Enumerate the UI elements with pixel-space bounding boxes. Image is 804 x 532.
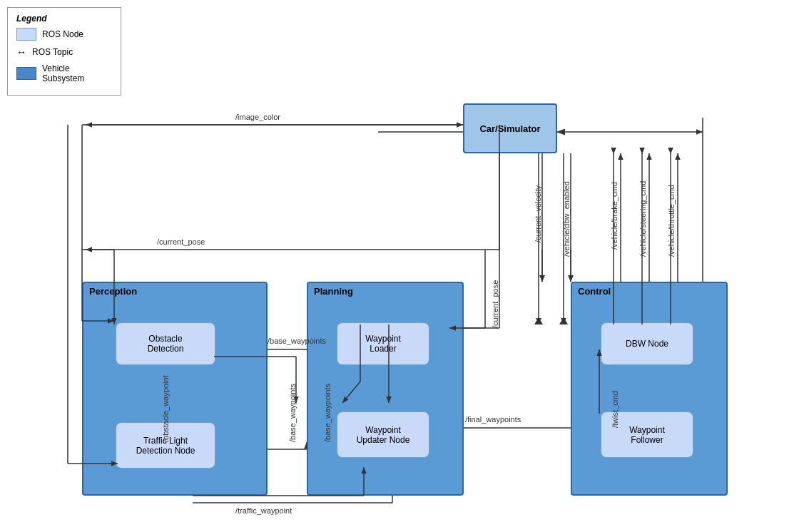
diagram-container: Legend ROS Node ↔ ROS Topic Vehicle Subs… [0, 0, 804, 532]
topic-base-waypoints: /base_waypoints [268, 337, 326, 345]
topic-dbw-enabled: /vehicle/dbw_enabled [562, 171, 571, 257]
legend-vehicle-sub-label: Vehicle Subsystem [42, 63, 112, 83]
legend-vehicle-sub-swatch [16, 67, 36, 80]
topic-current-pose-right: /current_pose [491, 271, 499, 328]
topic-current-velocity: /current_velocity [534, 171, 542, 242]
waypoint-loader-node: WaypointLoader [337, 322, 429, 365]
perception-subsystem: Perception ObstacleDetection Traffic Lig… [82, 282, 268, 496]
perception-label: Perception [83, 283, 266, 300]
dbw-node-label: DBW Node [626, 339, 668, 349]
dbw-node: DBW Node [601, 322, 693, 365]
topic-twist-cmd: /twist_cmd [611, 385, 619, 428]
waypoint-loader-label: WaypointLoader [365, 334, 401, 354]
topic-throttle-cmd: /vehicle/throttle_cmd [667, 171, 676, 257]
topic-obstacle-waypoint: /obstacle_waypoint [161, 385, 170, 442]
legend-ros-topic-label: ROS Topic [32, 47, 73, 57]
waypoint-follower-label: WaypointFollower [629, 425, 665, 445]
legend-title: Legend [16, 14, 112, 24]
car-simulator-label: Car/Simulator [479, 123, 540, 134]
car-simulator: Car/Simulator [463, 103, 557, 153]
planning-label: Planning [308, 283, 462, 300]
topic-base-waypoints-3: /base_waypoints [323, 385, 332, 442]
waypoint-updater-label: WaypointUpdater Node [357, 425, 410, 445]
obstacle-detection-node: ObstacleDetection [116, 322, 215, 365]
topic-base-waypoints-2: /base_waypoints [288, 385, 297, 442]
topic-final-waypoints: /final_waypoints [465, 415, 521, 424]
svg-marker-57 [559, 317, 568, 324]
control-label: Control [572, 283, 726, 300]
obstacle-detection-label: ObstacleDetection [148, 334, 184, 354]
legend: Legend ROS Node ↔ ROS Topic Vehicle Subs… [7, 7, 121, 96]
legend-ros-node-item: ROS Node [16, 28, 112, 41]
svg-marker-56 [534, 317, 543, 324]
legend-arrow-icon: ↔ [16, 46, 26, 58]
topic-steering-cmd: /vehicle/steering_cmd [638, 171, 647, 257]
waypoint-updater-node: WaypointUpdater Node [337, 411, 429, 458]
legend-vehicle-sub-item: Vehicle Subsystem [16, 63, 112, 83]
topic-traffic-waypoint: /traffic_waypoint [235, 506, 292, 515]
control-subsystem: Control DBW Node WaypointFollower [571, 282, 728, 496]
legend-ros-node-label: ROS Node [42, 29, 83, 39]
topic-image-color: /image_color [235, 113, 280, 121]
legend-ros-node-swatch [16, 28, 36, 41]
legend-ros-topic-item: ↔ ROS Topic [16, 46, 112, 58]
topic-brake-cmd: /vehicle/brake_cmd [610, 171, 619, 250]
topic-current-pose: /current_pose [157, 237, 205, 246]
